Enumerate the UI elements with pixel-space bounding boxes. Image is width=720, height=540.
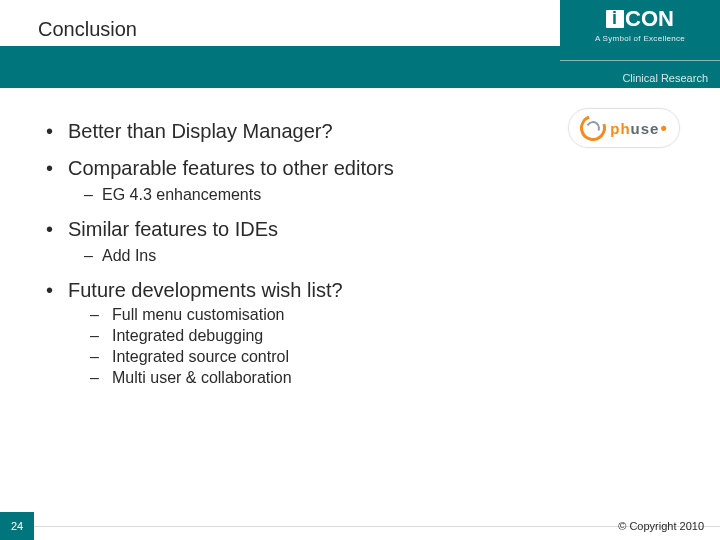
brand-logo: CON A Symbol of Excellence Clinical Rese… [560, 0, 720, 88]
brand-logo-tagline: A Symbol of Excellence [570, 34, 710, 43]
list-item: EG 4.3 enhancements [84, 186, 680, 204]
icon-logo-icon: CON [606, 6, 674, 31]
bullet-text: Future developments wish list? [66, 279, 343, 301]
brand-logo-main: CON A Symbol of Excellence [570, 6, 710, 43]
bullet-text: Comparable features to other editors [66, 157, 394, 179]
bullet-text: Similar features to IDEs [66, 218, 278, 240]
bullet-text: Better than Display Manager? [66, 120, 333, 142]
sub-bullet-text: Integrated debugging [112, 327, 263, 344]
sub-bullet-text: Multi user & collaboration [112, 369, 292, 386]
sub-bullet-text: EG 4.3 enhancements [102, 186, 261, 203]
slide-header: Conclusion CON A Symbol of Excellence Cl… [0, 0, 720, 88]
copyright-text: © Copyright 2010 [618, 520, 704, 532]
list-item: Comparable features to other editors EG … [48, 157, 680, 204]
sub-list: EG 4.3 enhancements [84, 186, 680, 204]
list-item: Integrated debugging [90, 327, 680, 345]
brand-logo-text: CON [625, 6, 674, 31]
slide: Conclusion CON A Symbol of Excellence Cl… [0, 0, 720, 540]
page-number: 24 [0, 512, 34, 540]
list-item: Add Ins [84, 247, 680, 265]
list-item: Integrated source control [90, 348, 680, 366]
footer-divider [34, 526, 720, 527]
list-item: Full menu customisation [90, 306, 680, 324]
bullet-list: Better than Display Manager? Comparable … [48, 120, 680, 387]
sub-bullet-text: Integrated source control [112, 348, 289, 365]
slide-content: Better than Display Manager? Comparable … [48, 120, 680, 401]
sub-list: Full menu customisation Integrated debug… [90, 306, 680, 387]
list-item: Multi user & collaboration [90, 369, 680, 387]
sub-bullet-text: Full menu customisation [112, 306, 285, 323]
list-item: Better than Display Manager? [48, 120, 680, 143]
brand-divider [560, 60, 720, 61]
brand-logo-sub: Clinical Research [622, 72, 708, 84]
slide-footer: 24 © Copyright 2010 [0, 510, 720, 540]
list-item: Similar features to IDEs Add Ins [48, 218, 680, 265]
sub-list: Add Ins [84, 247, 680, 265]
sub-bullet-text: Add Ins [102, 247, 156, 264]
list-item: Future developments wish list? Full menu… [48, 279, 680, 387]
